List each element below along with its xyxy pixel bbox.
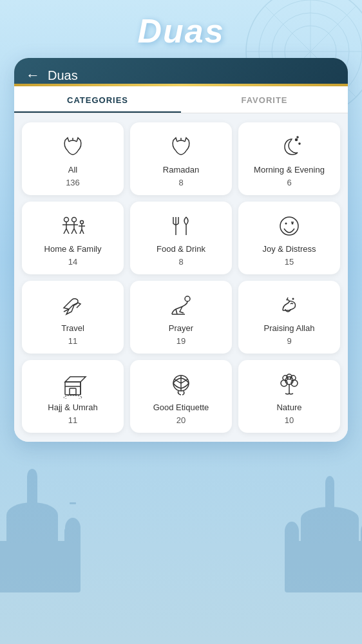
svg-line-41 (71, 229, 74, 234)
svg-rect-58 (70, 388, 76, 395)
category-count-food-drink: 8 (178, 257, 183, 267)
svg-point-43 (81, 220, 84, 223)
categories-grid: All 136 Ramadan 8 Morning & Evening 6 (14, 113, 348, 442)
allah-text-icon (275, 291, 303, 319)
card-header: ← Duas (14, 58, 348, 84)
category-count-prayer: 19 (176, 336, 186, 346)
svg-point-8 (65, 518, 81, 538)
svg-line-42 (74, 229, 77, 234)
back-button[interactable]: ← (26, 67, 40, 84)
svg-line-37 (66, 229, 69, 234)
tab-favorite[interactable]: FAVORITE (181, 86, 348, 113)
mosque-right-icon (285, 425, 362, 592)
category-card-all[interactable]: All 136 (22, 122, 124, 195)
category-card-food-drink[interactable]: Food & Drink 8 (130, 202, 232, 274)
category-name-joy-distress: Joy & Distress (262, 244, 316, 255)
hands-pray-icon (59, 133, 87, 161)
etiquette-icon (167, 370, 195, 399)
svg-line-47 (82, 229, 84, 234)
svg-rect-10 (70, 502, 76, 504)
category-name-travel: Travel (61, 323, 84, 334)
category-card-hajj-umrah[interactable]: Hajj & Umrah 11 (22, 360, 124, 433)
plane-icon (59, 291, 87, 319)
category-count-all: 136 (66, 178, 80, 187)
svg-point-38 (72, 217, 77, 222)
category-card-prayer[interactable]: Prayer 19 (130, 281, 232, 354)
category-name-good-etiquette: Good Etiquette (153, 402, 209, 413)
nature-icon (275, 370, 303, 399)
phone-card: ← Duas CATEGORIES FAVORITE All 136 (14, 58, 348, 442)
category-count-ramadan: 8 (178, 178, 183, 187)
category-name-hajj-umrah: Hajj & Umrah (48, 402, 97, 413)
category-count-nature: 10 (285, 415, 294, 425)
svg-point-30 (296, 139, 298, 141)
svg-point-31 (299, 143, 300, 144)
svg-point-50 (285, 222, 287, 224)
category-count-praising-allah: 9 (287, 336, 291, 346)
moon-stars-icon (275, 133, 303, 161)
svg-point-15 (325, 476, 334, 490)
svg-point-32 (297, 137, 298, 138)
hands-pray-ramadan-icon (167, 133, 195, 161)
category-name-home-family: Home & Family (44, 244, 102, 255)
svg-rect-0 (0, 541, 71, 592)
svg-point-17 (285, 522, 299, 541)
app-title: Duas (0, 0, 362, 58)
svg-line-36 (64, 229, 66, 234)
category-card-joy-distress[interactable]: Joy & Distress 15 (238, 202, 340, 274)
category-name-morning-evening: Morning & Evening (254, 165, 325, 176)
category-name-ramadan: Ramadan (163, 165, 199, 176)
category-card-ramadan[interactable]: Ramadan 8 (130, 122, 232, 195)
category-count-good-etiquette: 20 (176, 415, 186, 425)
category-count-travel: 11 (68, 336, 77, 346)
tabs-row: CATEGORIES FAVORITE (14, 86, 348, 113)
prayer-icon (167, 291, 195, 319)
category-count-hajj-umrah: 11 (68, 415, 77, 425)
svg-point-51 (292, 222, 294, 224)
svg-rect-11 (291, 541, 362, 592)
svg-point-60 (64, 395, 82, 399)
category-name-prayer: Prayer (169, 323, 193, 334)
smiley-icon (275, 212, 303, 240)
svg-point-4 (27, 469, 37, 484)
category-name-all: All (68, 165, 77, 176)
svg-point-33 (64, 217, 69, 222)
header-title: Duas (48, 68, 78, 83)
svg-point-56 (292, 298, 294, 299)
food-drink-icon (167, 212, 195, 240)
category-name-praising-allah: Praising Allah (264, 323, 315, 334)
category-count-home-family: 14 (68, 257, 77, 267)
category-count-morning-evening: 6 (287, 178, 291, 187)
category-card-travel[interactable]: Travel 11 (22, 281, 124, 354)
svg-point-54 (185, 296, 190, 301)
category-card-morning-evening[interactable]: Morning & Evening 6 (238, 122, 340, 195)
svg-line-46 (80, 229, 82, 234)
category-card-praising-allah[interactable]: Praising Allah 9 (238, 281, 340, 354)
kaaba-icon (59, 370, 87, 399)
category-name-food-drink: Food & Drink (157, 244, 205, 255)
category-card-home-family[interactable]: Home & Family 14 (22, 202, 124, 274)
category-count-joy-distress: 15 (285, 257, 294, 267)
category-card-nature[interactable]: Nature 10 (238, 360, 340, 433)
family-icon (59, 212, 87, 240)
category-name-nature: Nature (276, 402, 301, 413)
tab-categories[interactable]: CATEGORIES (14, 86, 181, 113)
category-card-good-etiquette[interactable]: Good Etiquette 20 (130, 360, 232, 433)
